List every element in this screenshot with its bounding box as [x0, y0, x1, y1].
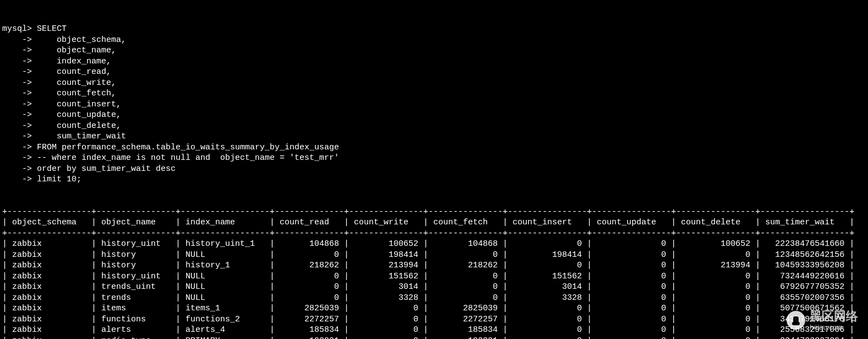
terminal-output: mysql> SELECT -> object_schema, -> objec…: [0, 0, 868, 339]
watermark-icon: [787, 311, 805, 330]
watermark-sub: heiqu.com: [810, 323, 858, 332]
watermark: 黑区网络 heiqu.com: [787, 309, 858, 332]
result-table: +-----------------+----------------+----…: [2, 207, 868, 340]
watermark-title: 黑区网络: [810, 309, 858, 325]
query-block: mysql> SELECT -> object_schema, -> objec…: [2, 24, 868, 185]
